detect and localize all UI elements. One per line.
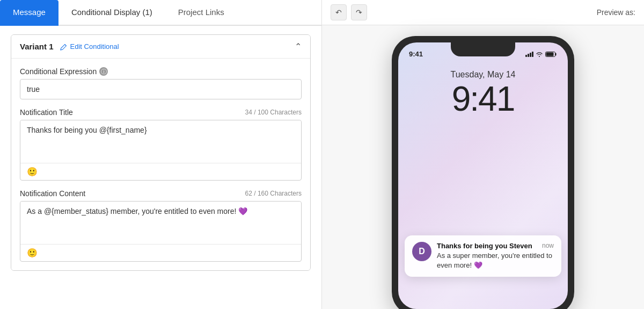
right-panel: ↶ ↷ Preview as: 9:41 <box>322 0 644 309</box>
phone-frame: 9:41 <box>392 36 574 309</box>
preview-header: ↶ ↷ Preview as: <box>322 0 644 25</box>
wifi-icon <box>536 51 543 58</box>
edit-conditional-icon <box>60 43 68 51</box>
variant-box: Variant 1 Edit Conditional ⌃ <box>11 34 311 271</box>
status-icons <box>525 51 557 58</box>
notif-message: As a super member, you're entitled to ev… <box>437 251 554 270</box>
phone-container: 9:41 <box>322 25 644 309</box>
info-icon[interactable]: ⓘ <box>99 67 108 76</box>
notification-title-wrapper: Thanks for being you @{first_name} 🙂 <box>20 120 302 181</box>
preview-label: Preview as: <box>597 8 635 17</box>
undo-button[interactable]: ↶ <box>331 4 347 20</box>
lock-time: 9:41 <box>452 82 515 116</box>
svg-rect-3 <box>546 52 554 56</box>
variant-header: Variant 1 Edit Conditional ⌃ <box>11 35 310 59</box>
notification-header: D Thanks for being you Steven now As a s… <box>412 242 554 270</box>
variant-title: Variant 1 <box>20 42 54 51</box>
notification-title-label-row: Notification Title 34 / 100 Characters <box>20 108 302 117</box>
tab-project-links[interactable]: Project Links <box>165 0 237 26</box>
conditional-expression-input[interactable] <box>20 79 302 99</box>
lock-screen-content: Tuesday, May 14 9:41 <box>398 61 568 116</box>
conditional-expression-label: Conditional Expression ⓘ <box>20 67 108 76</box>
redo-button[interactable]: ↷ <box>351 4 367 20</box>
notification-title-group: Notification Title 34 / 100 Characters T… <box>20 108 302 181</box>
battery-icon <box>545 51 557 58</box>
svg-point-0 <box>539 56 540 57</box>
notif-body: Thanks for being you Steven now As a sup… <box>437 242 554 270</box>
edit-conditional-button[interactable]: Edit Conditional <box>60 42 119 51</box>
notification-card: D Thanks for being you Steven now As a s… <box>405 235 561 277</box>
notification-content-char-count: 62 / 160 Characters <box>245 190 302 197</box>
tabs-bar: Message Conditional Display (1) Project … <box>0 0 321 26</box>
notif-time: now <box>542 242 554 249</box>
edit-conditional-label: Edit Conditional <box>70 42 119 51</box>
status-time: 9:41 <box>409 50 423 58</box>
notif-title-row: Thanks for being you Steven now <box>437 242 554 250</box>
notification-title-char-count: 34 / 100 Characters <box>245 109 302 116</box>
phone-screen: 9:41 <box>398 42 568 309</box>
notification-content-label: Notification Content <box>20 189 85 198</box>
notification-content-group: Notification Content 62 / 160 Characters… <box>20 189 302 262</box>
notification-content-emoji-btn[interactable]: 🙂 <box>20 244 301 261</box>
notif-title: Thanks for being you Steven <box>437 242 532 250</box>
phone-notch <box>451 42 515 56</box>
left-panel: Message Conditional Display (1) Project … <box>0 0 322 309</box>
lock-date: Tuesday, May 14 <box>451 70 516 80</box>
variant-body: Conditional Expression ⓘ Notification Ti… <box>11 59 310 270</box>
tab-conditional-display[interactable]: Conditional Display (1) <box>58 0 165 26</box>
conditional-expression-group: Conditional Expression ⓘ <box>20 67 302 99</box>
preview-controls: ↶ ↷ <box>331 4 367 20</box>
tab-message[interactable]: Message <box>0 0 58 26</box>
notification-content-label-row: Notification Content 62 / 160 Characters <box>20 189 302 198</box>
panel-content: Variant 1 Edit Conditional ⌃ <box>0 26 321 309</box>
signal-icon <box>525 52 533 57</box>
notification-title-label: Notification Title <box>20 108 73 117</box>
conditional-expression-label-row: Conditional Expression ⓘ <box>20 67 302 76</box>
collapse-icon[interactable]: ⌃ <box>295 41 302 52</box>
notification-title-input[interactable]: Thanks for being you @{first_name} <box>20 120 301 161</box>
svg-rect-2 <box>555 53 557 55</box>
notification-title-emoji-btn[interactable]: 🙂 <box>20 163 301 180</box>
notification-content-wrapper: As a @{member_status} member, you're ent… <box>20 201 302 262</box>
notif-avatar: D <box>412 242 431 261</box>
notification-content-input[interactable]: As a @{member_status} member, you're ent… <box>20 202 301 242</box>
